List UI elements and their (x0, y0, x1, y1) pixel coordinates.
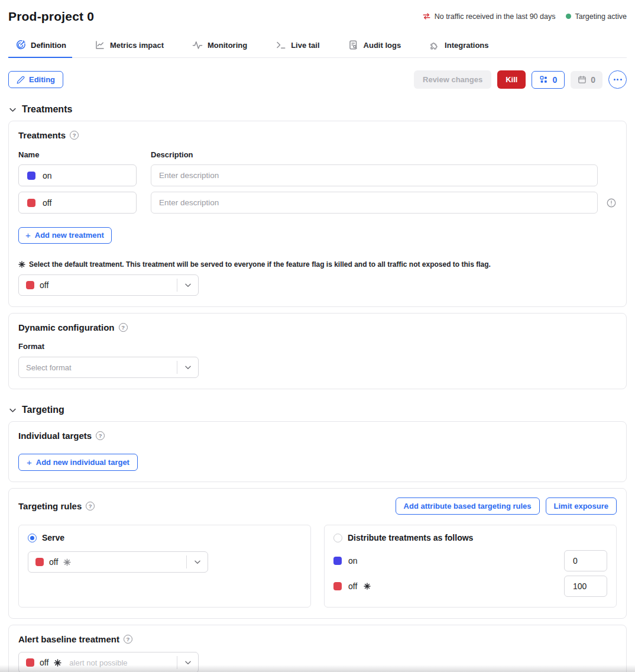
distribute-percentage-input[interactable] (564, 550, 607, 571)
schedule-count: 0 (591, 75, 595, 85)
distribute-row: on (333, 550, 607, 571)
default-treatment-note: Select the default treatment. This treat… (18, 260, 617, 269)
tab-audit-logs[interactable]: Audit logs (346, 40, 404, 57)
traffic-status-text: No traffic received in the last 90 days (435, 12, 556, 21)
treatment-color-swatch-blue (333, 557, 342, 565)
serve-panel: Serve off (18, 525, 311, 608)
limit-exposure-button[interactable]: Limit exposure (546, 497, 617, 515)
help-icon[interactable] (119, 323, 128, 332)
ellipsis-icon (614, 79, 615, 80)
treatment-color-swatch-blue (27, 172, 35, 180)
kill-button[interactable]: Kill (497, 70, 526, 89)
chevron-down-icon (177, 281, 198, 289)
individual-targets-card: Individual targets + Add new individual … (8, 421, 627, 482)
plus-icon: + (27, 458, 32, 467)
schedule-button[interactable]: 0 (571, 71, 602, 89)
treatment-description-input[interactable] (151, 164, 598, 186)
treatment-row: on (18, 164, 617, 186)
bottom-edge-shadow (0, 665, 635, 672)
chart-icon (95, 40, 105, 50)
tab-integrations[interactable]: Integrations (427, 40, 491, 57)
terminal-icon (276, 40, 286, 50)
toolbar: Editing Review changes Kill 0 (8, 70, 627, 89)
distribute-treatment-name: off (348, 581, 357, 591)
help-icon[interactable] (96, 431, 105, 440)
tab-definition[interactable]: Definition (13, 40, 69, 57)
description-column-label: Description (151, 150, 193, 159)
format-placeholder: Select format (26, 363, 72, 372)
review-changes-button[interactable]: Review changes (414, 70, 491, 89)
serve-treatment-select[interactable]: off (28, 551, 208, 573)
tab-label: Integrations (445, 41, 488, 50)
tab-label: Audit logs (364, 41, 401, 50)
treatment-name-field[interactable]: off (18, 192, 137, 214)
format-select[interactable]: Select format (18, 357, 199, 378)
default-treatment-select[interactable]: off (18, 274, 199, 296)
treatments-section-title: Treatments (22, 104, 72, 115)
serve-radio[interactable] (28, 534, 37, 542)
default-treatment-note-text: Select the default treatment. This treat… (29, 260, 491, 269)
chevron-down-icon (8, 406, 17, 415)
swap-arrows-icon (422, 12, 431, 21)
treatment-color-swatch-red (27, 199, 35, 207)
toolbar-right: Review changes Kill 0 (414, 70, 627, 89)
asterisk-icon (364, 583, 371, 590)
treatment-description-input[interactable] (151, 192, 598, 214)
treatment-color-swatch-red (35, 558, 44, 566)
help-icon[interactable] (70, 131, 79, 140)
alert-baseline-title: Alert baseline treatment (18, 634, 119, 644)
add-attribute-rules-button[interactable]: Add attribute based targeting rules (396, 497, 540, 515)
target-icon (15, 40, 26, 50)
pulse-icon (192, 40, 203, 50)
name-column-label: Name (18, 150, 151, 159)
distribute-radio[interactable] (333, 534, 342, 542)
green-dot-icon (566, 14, 571, 19)
versions-button[interactable]: 0 (532, 71, 565, 89)
pencil-icon (17, 76, 25, 84)
distribute-treatment-name: on (348, 556, 358, 566)
tab-label: Monitoring (208, 41, 247, 50)
feature-flag-page: Prod-project 0 No traffic received in th… (0, 0, 635, 672)
serve-treatment-value: off (49, 557, 58, 567)
dynamic-configuration-card: Dynamic configuration Format Select form… (8, 313, 627, 389)
treatment-color-swatch-red (333, 582, 342, 590)
individual-targets-title: Individual targets (18, 431, 92, 441)
treatment-name-field[interactable]: on (18, 164, 137, 186)
targeting-rules-card: Targeting rules Add attribute based targ… (8, 488, 627, 619)
treatments-section-header[interactable]: Treatments (8, 104, 627, 115)
calendar-icon (578, 75, 587, 84)
add-individual-target-label: Add new individual target (36, 458, 129, 467)
page-header: Prod-project 0 No traffic received in th… (8, 9, 627, 24)
targeting-section-header[interactable]: Targeting (8, 405, 627, 415)
treatments-card-title: Treatments (18, 130, 66, 140)
treatment-color-swatch-red (26, 281, 34, 289)
help-icon[interactable] (124, 635, 132, 644)
add-individual-target-button[interactable]: + Add new individual target (18, 454, 138, 471)
traffic-status: No traffic received in the last 90 days (422, 12, 556, 21)
more-options-button[interactable] (608, 70, 627, 89)
tab-metrics-impact[interactable]: Metrics impact (92, 40, 166, 57)
tab-label: Definition (31, 41, 66, 50)
warning-circle-icon (598, 198, 617, 208)
plus-icon: + (25, 231, 31, 240)
chevron-down-icon (8, 105, 17, 114)
tab-label: Metrics impact (110, 41, 164, 50)
distribute-percentage-input[interactable] (564, 576, 607, 597)
default-treatment-value: off (40, 280, 48, 290)
chevron-down-icon (187, 558, 208, 566)
dynamic-configuration-title: Dynamic configuration (18, 322, 115, 332)
editing-label: Editing (29, 75, 55, 84)
page-title: Prod-project 0 (8, 9, 94, 24)
treatment-name: on (43, 171, 52, 180)
tab-live-tail[interactable]: Live tail (273, 40, 322, 57)
add-new-treatment-button[interactable]: + Add new treatment (18, 227, 112, 244)
format-label: Format (18, 342, 617, 351)
asterisk-icon (63, 558, 71, 566)
help-icon[interactable] (86, 502, 95, 511)
tab-monitoring[interactable]: Monitoring (190, 40, 250, 57)
targeting-section-title: Targeting (22, 405, 64, 415)
grid-icon (539, 75, 548, 84)
treatments-card: Treatments Name Description on off (8, 121, 627, 307)
editing-button[interactable]: Editing (8, 71, 63, 88)
targeting-status-text: Targeting active (575, 12, 627, 21)
